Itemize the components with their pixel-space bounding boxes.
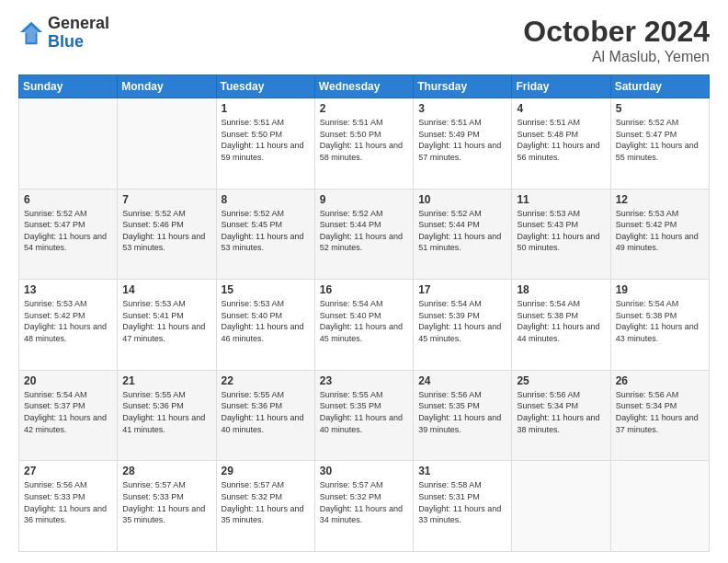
day-info: Sunrise: 5:55 AMSunset: 5:36 PMDaylight:…	[122, 389, 210, 435]
day-cell-2-3: 16Sunrise: 5:54 AMSunset: 5:40 PMDayligh…	[314, 280, 413, 371]
day-number: 26	[616, 374, 704, 387]
day-number: 11	[517, 193, 605, 206]
day-number: 9	[320, 193, 408, 206]
week-row-1: 6Sunrise: 5:52 AMSunset: 5:47 PMDaylight…	[19, 189, 710, 280]
week-row-3: 20Sunrise: 5:54 AMSunset: 5:37 PMDayligh…	[19, 370, 710, 461]
title-area: October 2024 Al Maslub, Yemen	[523, 15, 710, 65]
header-saturday: Saturday	[610, 75, 709, 98]
day-cell-2-1: 14Sunrise: 5:53 AMSunset: 5:41 PMDayligh…	[118, 280, 216, 371]
logo-icon	[18, 20, 44, 46]
day-number: 12	[616, 193, 704, 206]
day-cell-0-5: 4Sunrise: 5:51 AMSunset: 5:48 PMDaylight…	[512, 98, 610, 190]
day-info: Sunrise: 5:52 AMSunset: 5:46 PMDaylight:…	[122, 208, 210, 254]
day-cell-3-5: 25Sunrise: 5:56 AMSunset: 5:34 PMDayligh…	[512, 370, 610, 461]
day-cell-2-6: 19Sunrise: 5:54 AMSunset: 5:38 PMDayligh…	[610, 280, 709, 371]
day-cell-3-0: 20Sunrise: 5:54 AMSunset: 5:37 PMDayligh…	[19, 370, 118, 461]
week-row-2: 13Sunrise: 5:53 AMSunset: 5:42 PMDayligh…	[19, 280, 710, 371]
day-info: Sunrise: 5:53 AMSunset: 5:41 PMDaylight:…	[122, 298, 210, 344]
day-info: Sunrise: 5:51 AMSunset: 5:48 PMDaylight:…	[517, 117, 605, 163]
day-cell-1-5: 11Sunrise: 5:53 AMSunset: 5:43 PMDayligh…	[512, 189, 610, 280]
day-cell-3-6: 26Sunrise: 5:56 AMSunset: 5:34 PMDayligh…	[610, 370, 709, 461]
day-cell-3-2: 22Sunrise: 5:55 AMSunset: 5:36 PMDayligh…	[216, 370, 314, 461]
day-info: Sunrise: 5:54 AMSunset: 5:38 PMDaylight:…	[517, 298, 605, 344]
day-number: 23	[320, 374, 408, 387]
day-number: 5	[616, 102, 704, 115]
logo-text: General Blue	[48, 15, 109, 52]
day-number: 7	[122, 193, 210, 206]
day-number: 19	[616, 283, 704, 296]
logo-blue-text: Blue	[48, 33, 109, 52]
day-cell-3-1: 21Sunrise: 5:55 AMSunset: 5:36 PMDayligh…	[118, 370, 216, 461]
day-cell-2-2: 15Sunrise: 5:53 AMSunset: 5:40 PMDayligh…	[216, 280, 314, 371]
day-cell-2-5: 18Sunrise: 5:54 AMSunset: 5:38 PMDayligh…	[512, 280, 610, 371]
day-info: Sunrise: 5:51 AMSunset: 5:50 PMDaylight:…	[222, 117, 310, 163]
day-cell-2-4: 17Sunrise: 5:54 AMSunset: 5:39 PMDayligh…	[414, 280, 512, 371]
day-number: 30	[320, 465, 408, 477]
day-info: Sunrise: 5:54 AMSunset: 5:38 PMDaylight:…	[616, 298, 704, 344]
day-number: 24	[418, 374, 506, 387]
day-info: Sunrise: 5:56 AMSunset: 5:33 PMDaylight:…	[24, 479, 112, 525]
day-cell-1-6: 12Sunrise: 5:53 AMSunset: 5:42 PMDayligh…	[610, 189, 709, 280]
day-cell-1-3: 9Sunrise: 5:52 AMSunset: 5:44 PMDaylight…	[314, 189, 413, 280]
day-info: Sunrise: 5:53 AMSunset: 5:42 PMDaylight:…	[24, 298, 112, 344]
header-friday: Friday	[512, 75, 610, 98]
day-info: Sunrise: 5:56 AMSunset: 5:34 PMDaylight:…	[616, 389, 704, 435]
day-info: Sunrise: 5:55 AMSunset: 5:36 PMDaylight:…	[222, 389, 310, 435]
day-info: Sunrise: 5:56 AMSunset: 5:34 PMDaylight:…	[517, 389, 605, 435]
day-number: 28	[122, 465, 210, 477]
header-row: Sunday Monday Tuesday Wednesday Thursday…	[19, 75, 710, 98]
day-info: Sunrise: 5:54 AMSunset: 5:39 PMDaylight:…	[418, 298, 506, 344]
day-cell-4-6	[610, 461, 709, 552]
day-info: Sunrise: 5:57 AMSunset: 5:32 PMDaylight:…	[320, 479, 408, 525]
day-cell-1-0: 6Sunrise: 5:52 AMSunset: 5:47 PMDaylight…	[19, 189, 118, 280]
day-cell-4-5	[512, 461, 610, 552]
header: General Blue October 2024 Al Maslub, Yem…	[18, 15, 710, 65]
day-cell-1-4: 10Sunrise: 5:52 AMSunset: 5:44 PMDayligh…	[414, 189, 512, 280]
day-cell-4-3: 30Sunrise: 5:57 AMSunset: 5:32 PMDayligh…	[314, 461, 413, 552]
day-info: Sunrise: 5:57 AMSunset: 5:33 PMDaylight:…	[122, 479, 210, 525]
header-thursday: Thursday	[414, 75, 512, 98]
day-cell-0-1	[118, 98, 216, 190]
day-number: 10	[418, 193, 506, 206]
day-cell-1-2: 8Sunrise: 5:52 AMSunset: 5:45 PMDaylight…	[216, 189, 314, 280]
day-number: 27	[24, 465, 112, 477]
day-info: Sunrise: 5:52 AMSunset: 5:47 PMDaylight:…	[24, 208, 112, 254]
day-number: 4	[517, 102, 605, 115]
day-number: 16	[320, 283, 408, 296]
day-info: Sunrise: 5:56 AMSunset: 5:35 PMDaylight:…	[418, 389, 506, 435]
day-number: 22	[222, 374, 310, 387]
day-cell-1-1: 7Sunrise: 5:52 AMSunset: 5:46 PMDaylight…	[118, 189, 216, 280]
day-number: 8	[222, 193, 310, 206]
day-info: Sunrise: 5:57 AMSunset: 5:32 PMDaylight:…	[222, 479, 310, 525]
day-cell-2-0: 13Sunrise: 5:53 AMSunset: 5:42 PMDayligh…	[19, 280, 118, 371]
day-number: 6	[24, 193, 112, 206]
day-cell-0-4: 3Sunrise: 5:51 AMSunset: 5:49 PMDaylight…	[414, 98, 512, 190]
day-number: 2	[320, 102, 408, 115]
week-row-0: 1Sunrise: 5:51 AMSunset: 5:50 PMDaylight…	[19, 98, 710, 190]
logo: General Blue	[18, 15, 109, 52]
header-wednesday: Wednesday	[314, 75, 413, 98]
day-number: 15	[222, 283, 310, 296]
header-tuesday: Tuesday	[216, 75, 314, 98]
day-info: Sunrise: 5:55 AMSunset: 5:35 PMDaylight:…	[320, 389, 408, 435]
day-info: Sunrise: 5:52 AMSunset: 5:45 PMDaylight:…	[222, 208, 310, 254]
day-number: 3	[418, 102, 506, 115]
day-cell-4-4: 31Sunrise: 5:58 AMSunset: 5:31 PMDayligh…	[414, 461, 512, 552]
day-info: Sunrise: 5:53 AMSunset: 5:40 PMDaylight:…	[222, 298, 310, 344]
calendar-table: Sunday Monday Tuesday Wednesday Thursday…	[18, 75, 710, 552]
day-cell-4-0: 27Sunrise: 5:56 AMSunset: 5:33 PMDayligh…	[19, 461, 118, 552]
day-cell-4-2: 29Sunrise: 5:57 AMSunset: 5:32 PMDayligh…	[216, 461, 314, 552]
day-cell-0-6: 5Sunrise: 5:52 AMSunset: 5:47 PMDaylight…	[610, 98, 709, 190]
day-number: 20	[24, 374, 112, 387]
header-monday: Monday	[118, 75, 216, 98]
day-info: Sunrise: 5:53 AMSunset: 5:43 PMDaylight:…	[517, 208, 605, 254]
calendar-page: General Blue October 2024 Al Maslub, Yem…	[0, 0, 728, 563]
month-title: October 2024	[523, 15, 710, 49]
week-row-4: 27Sunrise: 5:56 AMSunset: 5:33 PMDayligh…	[19, 461, 710, 552]
day-info: Sunrise: 5:54 AMSunset: 5:40 PMDaylight:…	[320, 298, 408, 344]
day-info: Sunrise: 5:52 AMSunset: 5:44 PMDaylight:…	[418, 208, 506, 254]
day-number: 29	[222, 465, 310, 477]
day-info: Sunrise: 5:52 AMSunset: 5:47 PMDaylight:…	[616, 117, 704, 163]
day-info: Sunrise: 5:58 AMSunset: 5:31 PMDaylight:…	[418, 479, 506, 525]
day-cell-4-1: 28Sunrise: 5:57 AMSunset: 5:33 PMDayligh…	[118, 461, 216, 552]
